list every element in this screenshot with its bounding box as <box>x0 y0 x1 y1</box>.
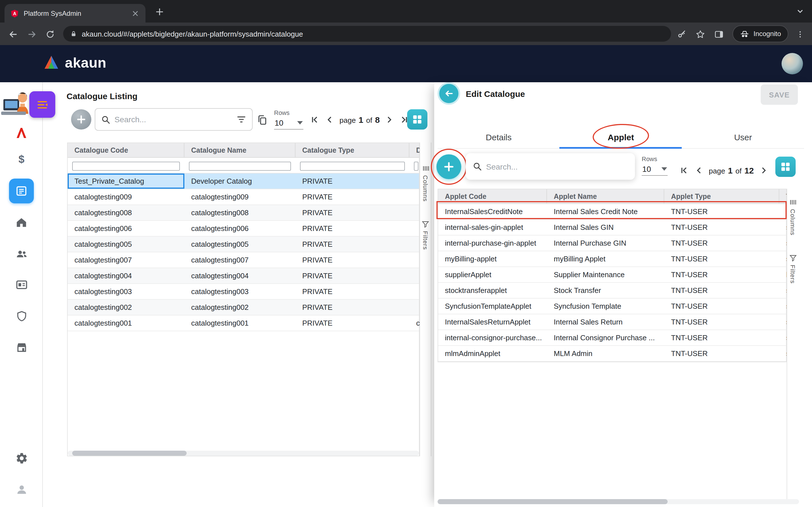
table-row[interactable]: catalogtesting005 catalogtesting005 PRIV… <box>68 237 419 252</box>
tab-user[interactable]: User <box>682 126 804 148</box>
browser-tab[interactable]: A Platform SysAdmin <box>4 4 146 22</box>
catalogue-search-box <box>95 108 253 131</box>
sidebar-item-store[interactable] <box>0 341 43 354</box>
sidebar-item-users[interactable] <box>0 247 43 260</box>
sidebar-item-catalogue-active[interactable] <box>9 179 34 203</box>
sidebar-item-home[interactable] <box>0 216 43 229</box>
filter-input-catalogue-code[interactable] <box>72 161 180 170</box>
user-avatar[interactable] <box>781 53 803 74</box>
table-row[interactable]: supplierApplet Supplier Maintenance TNT-… <box>438 267 786 283</box>
filter-input-catalogue-type[interactable] <box>300 161 405 170</box>
rows-label: Rows <box>274 109 303 116</box>
cell-type: TNT-USER <box>664 330 779 345</box>
sidebar-item-acrobat[interactable] <box>0 126 43 140</box>
akaun-logo-icon <box>43 54 60 71</box>
sidebar-item-profile[interactable] <box>0 483 43 496</box>
table-row[interactable]: stocktransferapplet Stock Transfer TNT-U… <box>438 283 786 298</box>
table-row[interactable]: mlmAdminApplet MLM Admin TNT-USER st <box>438 346 786 362</box>
cell-type: PRIVATE <box>296 237 409 252</box>
column-header-catalogue-code: Catalogue Code <box>68 143 185 157</box>
table-row-highlighted[interactable]: InternalSalesCreditNote Internal Sales C… <box>438 204 786 220</box>
table-row[interactable]: myBilling-applet myBilling Applet TNT-US… <box>438 251 786 267</box>
table-row[interactable]: catalogtesting009 catalogtesting009 PRIV… <box>68 189 419 205</box>
page-total: 8 <box>375 115 380 124</box>
filter-list-icon[interactable] <box>236 115 246 124</box>
table-side-strip: Columns Filters <box>419 143 432 456</box>
table-row[interactable]: catalogtesting001 catalogtesting001 PRIV… <box>68 316 419 331</box>
filter-input-truncated[interactable] <box>414 161 418 170</box>
sidebar-item-cards[interactable] <box>0 278 43 291</box>
akaun-logo[interactable]: akaun <box>43 54 107 71</box>
cell-type: PRIVATE <box>296 300 409 315</box>
first-page-icon[interactable] <box>679 166 689 175</box>
save-button[interactable]: SAVE <box>761 84 798 105</box>
copy-pages-icon[interactable] <box>255 113 269 127</box>
grid-view-button[interactable] <box>407 109 427 129</box>
applet-search-input[interactable] <box>486 162 628 171</box>
browser-menu-kebab-icon[interactable] <box>793 27 808 42</box>
first-page-icon[interactable] <box>310 115 320 124</box>
tab-applet[interactable]: Applet <box>560 126 682 148</box>
sidebar-user-widget[interactable] <box>0 89 56 121</box>
table-row[interactable]: InternalSalesReturnApplet Internal Sales… <box>438 314 786 330</box>
funnel-icon <box>422 221 429 228</box>
back-to-listing-button[interactable] <box>438 82 460 105</box>
tab-details[interactable]: Details <box>438 126 560 148</box>
tab-close-icon[interactable] <box>131 9 140 18</box>
angular-favicon-icon: A <box>10 9 19 18</box>
add-applet-button[interactable] <box>437 154 461 179</box>
back-button[interactable] <box>6 27 20 42</box>
columns-toggle[interactable]: Columns <box>790 199 796 235</box>
horizontal-scrollbar-thumb[interactable] <box>438 499 668 504</box>
horizontal-scrollbar-thumb[interactable] <box>72 451 187 456</box>
table-row[interactable]: catalogtesting003 catalogtesting003 PRIV… <box>68 284 419 300</box>
filters-toggle[interactable]: Filters <box>422 221 429 250</box>
cell-name: Internal Sales Credit Note <box>547 204 664 219</box>
sidebar-item-billing[interactable]: $ <box>0 153 43 166</box>
table-row[interactable]: catalogtesting004 catalogtesting004 PRIV… <box>68 268 419 284</box>
cell-code: stocktransferapplet <box>438 283 547 298</box>
cell-name: Supplier Maintenance <box>547 267 664 282</box>
next-page-icon[interactable] <box>385 115 395 124</box>
catalogue-search-input[interactable] <box>114 115 232 124</box>
columns-toggle[interactable]: Columns <box>422 165 429 202</box>
prev-page-icon[interactable] <box>694 166 704 175</box>
cell-code: supplierApplet <box>438 267 547 282</box>
reload-button[interactable] <box>43 27 57 42</box>
rows-per-page-select[interactable]: Rows 10 <box>642 156 668 176</box>
grid-view-button[interactable] <box>775 157 796 177</box>
table-row[interactable]: catalogtesting002 catalogtesting002 PRIV… <box>68 300 419 316</box>
filter-row <box>68 158 419 173</box>
table-row[interactable]: catalogtesting007 catalogtesting007 PRIV… <box>68 252 419 268</box>
table-row[interactable]: internal-purchase-gin-applet Internal Pu… <box>438 235 786 251</box>
prev-page-icon[interactable] <box>325 115 335 124</box>
sidebar-item-security[interactable] <box>0 310 43 322</box>
cell-type: PRIVATE <box>296 316 409 331</box>
cell-type: PRIVATE <box>296 221 409 236</box>
table-row[interactable]: catalogtesting008 catalogtesting008 PRIV… <box>68 205 419 221</box>
tab-search-chevron-icon[interactable] <box>795 6 805 16</box>
acrobat-icon <box>15 126 28 140</box>
address-bar[interactable]: akaun.cloud/#/applets/bigledger/akaun-pl… <box>63 26 671 42</box>
rows-per-page-select[interactable]: Rows 10 <box>274 109 303 129</box>
menu-toggle-button[interactable] <box>29 91 55 118</box>
side-panel-icon[interactable] <box>712 27 726 42</box>
sidebar-item-settings[interactable] <box>0 452 43 465</box>
bookmark-star-icon[interactable] <box>693 27 708 42</box>
edit-catalogue-tabs: Details Applet User <box>438 126 804 149</box>
table-row[interactable]: catalogtesting006 catalogtesting006 PRIV… <box>68 221 419 237</box>
forward-button[interactable] <box>25 27 40 42</box>
password-key-icon[interactable] <box>674 27 689 42</box>
filters-toggle[interactable]: Filters <box>789 255 797 284</box>
plus-icon <box>77 115 86 124</box>
cell-code: SyncfusionTemplateApplet <box>438 298 547 314</box>
table-row[interactable]: internal-consignor-purchase... Internal … <box>438 330 786 346</box>
table-row[interactable]: internal-sales-gin-applet Internal Sales… <box>438 220 786 235</box>
cell-name: catalogtesting005 <box>185 237 296 252</box>
table-row-selected[interactable]: Test_Private_Catalog Developer Catalog P… <box>68 173 419 189</box>
new-tab-button[interactable] <box>153 6 166 18</box>
table-row[interactable]: SyncfusionTemplateApplet Syncfusion Temp… <box>438 298 786 314</box>
add-catalogue-button[interactable] <box>71 109 91 129</box>
filter-input-catalogue-name[interactable] <box>189 161 291 170</box>
next-page-icon[interactable] <box>759 166 769 175</box>
